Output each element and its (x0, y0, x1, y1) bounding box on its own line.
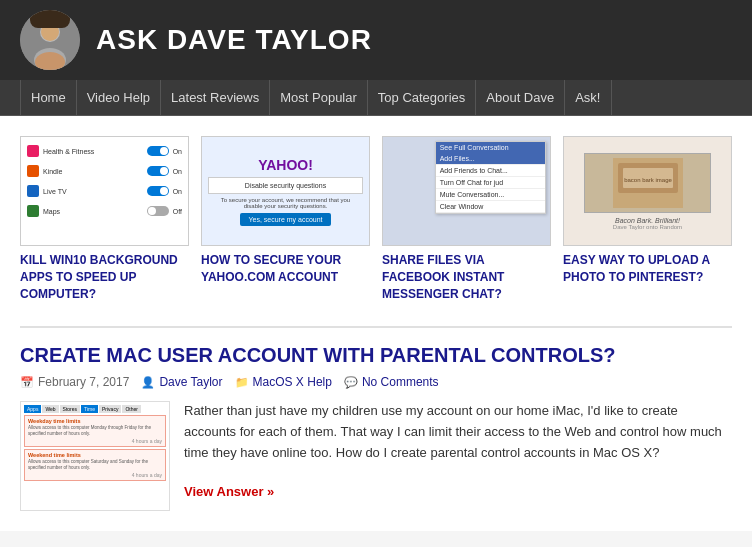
card-pinterest-image: bacon bark image Bacon Bark. Brilliant! … (563, 136, 732, 246)
meta-author: 👤 Dave Taylor (141, 375, 222, 389)
site-title: ASK DAVE TAYLOR (96, 24, 372, 56)
article-meta: 📅 February 7, 2017 👤 Dave Taylor 📁 MacOS… (20, 375, 732, 389)
view-answer-link[interactable]: View Answer (184, 484, 274, 499)
yahoo-logo: YAHOO! (258, 157, 313, 173)
card-facebook-title: SHARE FILES VIA FACEBOOK INSTANT MESSENG… (382, 252, 551, 302)
main-nav: Home Video Help Latest Reviews Most Popu… (0, 80, 752, 116)
card-win10-image: Health & Fitness On Kindle (20, 136, 189, 246)
cards-row: Health & Fitness On Kindle (20, 136, 732, 302)
nav-about-dave[interactable]: About Dave (476, 80, 565, 115)
article-body: Apps Web Stores Time Privacy Other Weekd… (20, 401, 732, 511)
nav-video-help[interactable]: Video Help (77, 80, 161, 115)
card-yahoo-title: HOW TO SECURE YOUR YAHOO.COM ACCOUNT (201, 252, 370, 286)
card-win10[interactable]: Health & Fitness On Kindle (20, 136, 189, 302)
folder-icon: 📁 (235, 376, 249, 389)
card-win10-title: KILL WIN10 BACKGROUND APPS TO SPEED UP C… (20, 252, 189, 302)
card-facebook[interactable]: See Full Conversation Add Files... Add F… (382, 136, 551, 302)
comment-icon: 💬 (344, 376, 358, 389)
article-content: Rather than just have my children use my… (184, 401, 732, 511)
avatar (20, 10, 80, 70)
svg-rect-5 (30, 10, 70, 28)
calendar-icon: 📅 (20, 376, 34, 389)
svg-text:bacon bark image: bacon bark image (624, 177, 672, 183)
card-yahoo[interactable]: YAHOO! Disable security questions To sec… (201, 136, 370, 302)
card-facebook-image: See Full Conversation Add Files... Add F… (382, 136, 551, 246)
article-title[interactable]: CREATE MAC USER ACCOUNT WITH PARENTAL CO… (20, 344, 732, 367)
site-header: ASK DAVE TAYLOR (0, 0, 752, 80)
meta-category: 📁 MacOS X Help (235, 375, 332, 389)
article-thumbnail: Apps Web Stores Time Privacy Other Weekd… (20, 401, 170, 511)
article-text: Rather than just have my children use my… (184, 401, 732, 463)
nav-latest-reviews[interactable]: Latest Reviews (161, 80, 270, 115)
nav-ask[interactable]: Ask! (565, 80, 611, 115)
nav-home[interactable]: Home (20, 80, 77, 115)
card-pinterest[interactable]: bacon bark image Bacon Bark. Brilliant! … (563, 136, 732, 302)
card-yahoo-image: YAHOO! Disable security questions To sec… (201, 136, 370, 246)
person-icon: 👤 (141, 376, 155, 389)
meta-comments: 💬 No Comments (344, 375, 439, 389)
meta-date: 📅 February 7, 2017 (20, 375, 129, 389)
main-content: Health & Fitness On Kindle (0, 116, 752, 531)
featured-article: CREATE MAC USER ACCOUNT WITH PARENTAL CO… (20, 326, 732, 511)
nav-top-categories[interactable]: Top Categories (368, 80, 476, 115)
nav-most-popular[interactable]: Most Popular (270, 80, 368, 115)
card-pinterest-title: EASY WAY TO UPLOAD A PHOTO TO PINTEREST? (563, 252, 732, 286)
